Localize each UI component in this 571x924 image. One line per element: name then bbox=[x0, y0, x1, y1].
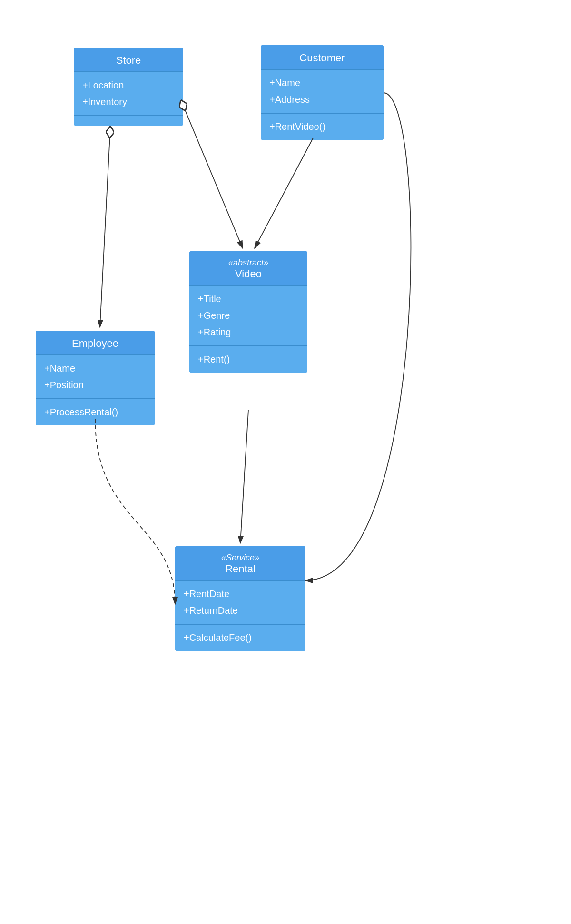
customer-class: Customer +Name +Address +RentVideo() bbox=[261, 45, 384, 140]
store-methods bbox=[74, 115, 183, 126]
customer-title: Customer bbox=[299, 52, 345, 64]
employee-attr-position: +Position bbox=[44, 377, 146, 393]
store-attr-location: +Location bbox=[82, 77, 175, 94]
rental-attr-returndate: +ReturnDate bbox=[184, 602, 297, 619]
employee-method-processrental: +ProcessRental() bbox=[44, 404, 146, 421]
video-title: Video bbox=[235, 268, 262, 280]
store-header: Store bbox=[74, 48, 183, 71]
rental-title: Rental bbox=[225, 563, 256, 575]
rental-methods: +CalculateFee() bbox=[175, 624, 305, 651]
employee-attributes: +Name +Position bbox=[36, 354, 155, 398]
customer-methods: +RentVideo() bbox=[261, 113, 384, 140]
employee-rental-dashed-line bbox=[95, 419, 175, 604]
customer-rental-line bbox=[305, 93, 411, 580]
video-attr-genre: +Genre bbox=[198, 307, 299, 324]
employee-methods: +ProcessRental() bbox=[36, 398, 155, 425]
employee-class: Employee +Name +Position +ProcessRental(… bbox=[36, 331, 155, 425]
rental-attr-rentdate: +RentDate bbox=[184, 586, 297, 602]
rental-header: «Service» Rental bbox=[175, 546, 305, 580]
employee-attr-name: +Name bbox=[44, 360, 146, 377]
store-title: Store bbox=[116, 54, 141, 66]
store-class: Store +Location +Inventory bbox=[74, 48, 183, 126]
customer-video-line bbox=[255, 138, 313, 248]
customer-attr-name: +Name bbox=[269, 75, 375, 91]
store-attributes: +Location +Inventory bbox=[74, 71, 183, 115]
video-class: «abstract» Video +Title +Genre +Rating +… bbox=[189, 251, 307, 373]
employee-title: Employee bbox=[72, 337, 118, 349]
rental-method-calculatefee: +CalculateFee() bbox=[184, 629, 297, 646]
video-method-rent: +Rent() bbox=[198, 351, 299, 368]
rental-attributes: +RentDate +ReturnDate bbox=[175, 580, 305, 624]
video-attributes: +Title +Genre +Rating bbox=[189, 285, 307, 345]
store-employee-line bbox=[100, 126, 110, 327]
rental-stereotype: «Service» bbox=[180, 553, 301, 563]
store-video-line bbox=[181, 100, 243, 248]
video-stereotype: «abstract» bbox=[194, 258, 303, 268]
customer-header: Customer bbox=[261, 45, 384, 69]
rental-class: «Service» Rental +RentDate +ReturnDate +… bbox=[175, 546, 305, 651]
customer-method-rentvideo: +RentVideo() bbox=[269, 118, 375, 135]
video-rental-line bbox=[240, 410, 248, 543]
video-methods: +Rent() bbox=[189, 345, 307, 373]
store-attr-inventory: +Inventory bbox=[82, 94, 175, 110]
video-attr-rating: +Rating bbox=[198, 324, 299, 341]
employee-header: Employee bbox=[36, 331, 155, 354]
customer-attributes: +Name +Address bbox=[261, 69, 384, 113]
customer-attr-address: +Address bbox=[269, 91, 375, 108]
video-attr-title: +Title bbox=[198, 291, 299, 307]
video-header: «abstract» Video bbox=[189, 251, 307, 285]
